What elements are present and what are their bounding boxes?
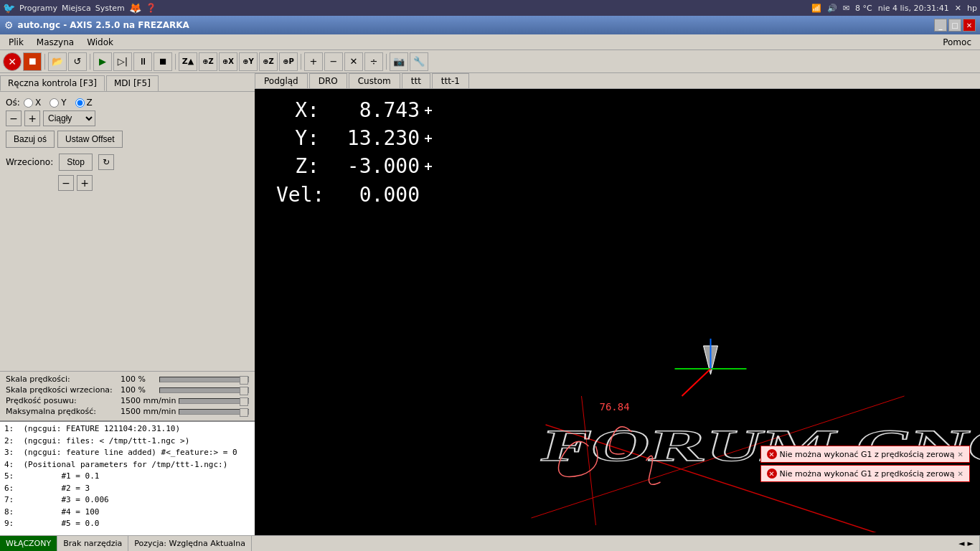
tab-custom[interactable]: Custom bbox=[349, 73, 400, 88]
run-button[interactable]: ▶ bbox=[93, 52, 112, 71]
scroll-icons: ◄ ► bbox=[953, 536, 980, 551]
minimize-button[interactable]: _ bbox=[934, 19, 947, 32]
predkosc-posuwu-row: Prędkość posuwu: 1500 mm/min bbox=[6, 396, 249, 405]
stop-red-button[interactable]: ✕ bbox=[3, 52, 22, 71]
title-bar: ⚙ auto.ngc - AXIS 2.5.0 na FREZARKA _ □ … bbox=[0, 16, 980, 34]
error-close-1[interactable]: ✕ bbox=[958, 451, 963, 458]
ustaw-offset-button[interactable]: Ustaw Offset bbox=[57, 131, 122, 148]
predkosc-posuwu-thumb bbox=[240, 397, 248, 406]
menu-miejsca[interactable]: Miejsca bbox=[62, 4, 91, 13]
hp-icon: ✕ bbox=[955, 4, 961, 13]
vel-value: 0.000 bbox=[326, 181, 420, 209]
z-coord-row: Z: -3.000 bbox=[276, 152, 434, 180]
taskbar-icon: 🐦 bbox=[3, 2, 15, 14]
bazuj-os-button[interactable]: Bazuj oś bbox=[6, 131, 55, 148]
menu-system[interactable]: System bbox=[95, 4, 125, 13]
maks-predkosc-thumb bbox=[240, 408, 248, 417]
error-close-2[interactable]: ✕ bbox=[958, 470, 963, 478]
maks-predkosc-slider[interactable] bbox=[179, 409, 249, 415]
tab-ttt[interactable]: ttt bbox=[402, 73, 430, 88]
left-panel: Ręczna kontrola [F3] MDI [F5] Oś: X bbox=[0, 73, 255, 535]
plus-button[interactable]: + bbox=[304, 52, 323, 71]
predkosc-posuwu-slider[interactable] bbox=[179, 398, 249, 404]
menu-plik[interactable]: Plik bbox=[3, 36, 29, 49]
skala-wrzeciona-row: Skala prędkości wrzeciona: 100 % bbox=[6, 385, 249, 395]
error-area: ✕ Nie można wykonać G1 z prędkością zero… bbox=[760, 446, 970, 482]
log-line-8: 8: #4 = 100 bbox=[4, 507, 250, 519]
log-line-7: 7: #3 = 0.006 bbox=[4, 494, 250, 507]
multiply-button[interactable]: ✕ bbox=[344, 52, 363, 71]
menu-programy[interactable]: Programy bbox=[19, 4, 57, 13]
title-bar-buttons: _ □ ✕ bbox=[934, 19, 976, 32]
z-down-button[interactable]: ⊕Z bbox=[199, 52, 217, 71]
wrench-button[interactable]: 🔧 bbox=[410, 52, 428, 71]
system-bar-right: 📶 🔊 ✉ 8 °C nie 4 lis, 20:31:41 ✕ hp bbox=[811, 4, 977, 13]
home-p-button[interactable]: ⊕P bbox=[279, 52, 298, 71]
axis-label: Oś: bbox=[6, 98, 24, 108]
skala-wrzeciona-thumb bbox=[240, 387, 248, 395]
jog-row: − + Ciągły Krokowy bbox=[6, 110, 249, 126]
step-button[interactable]: ▷| bbox=[113, 52, 132, 71]
predkosc-posuwu-label: Prędkość posuwu: bbox=[6, 396, 121, 405]
log-line-6: 6: #2 = 3 bbox=[4, 483, 250, 495]
window-title: auto.ngc - AXIS 2.5.0 na FREZARKA bbox=[18, 20, 189, 30]
spindle-plus-button[interactable]: + bbox=[77, 175, 93, 191]
skala-wrzeciona-value: 100 % bbox=[121, 385, 156, 395]
tab-mdi[interactable]: MDI [F5] bbox=[106, 75, 159, 91]
jog-plus-button[interactable]: + bbox=[24, 110, 40, 126]
spindle-minus-button[interactable]: − bbox=[58, 175, 74, 191]
tab-podglad[interactable]: Podgląd bbox=[255, 73, 308, 88]
open-file-button[interactable]: 📂 bbox=[48, 52, 67, 71]
axis-radio-group: X Y Z bbox=[24, 98, 93, 108]
menu-pomoc[interactable]: Pomoc bbox=[937, 36, 977, 49]
stop-button[interactable]: Stop bbox=[59, 154, 93, 171]
x-coord-row: X: 8.743 bbox=[276, 96, 434, 124]
home-x-button[interactable]: ⊕X bbox=[219, 52, 237, 71]
jog-minus-button[interactable]: − bbox=[6, 110, 22, 126]
predkosc-posuwu-value: 1500 mm/min bbox=[121, 396, 176, 405]
panels-area: Ręczna kontrola [F3] MDI [F5] Oś: X bbox=[0, 73, 980, 535]
axis-z-option[interactable]: Z bbox=[75, 98, 93, 108]
viewport[interactable]: X: 8.743 Y: 13.230 Z: -3.000 bbox=[255, 89, 980, 532]
divide-button[interactable]: ÷ bbox=[364, 52, 383, 71]
home-offset-row: Bazuj oś Ustaw Offset bbox=[6, 131, 249, 148]
menu-maszyna[interactable]: Maszyna bbox=[31, 36, 80, 49]
axis-y-radio[interactable] bbox=[50, 98, 59, 108]
camera-button[interactable]: 📷 bbox=[390, 52, 408, 71]
minus-button[interactable]: − bbox=[324, 52, 343, 71]
axis-y-option[interactable]: Y bbox=[50, 98, 66, 108]
coordinate-display: X: 8.743 Y: 13.230 Z: -3.000 bbox=[276, 96, 434, 209]
toolbar-separator-3 bbox=[175, 54, 176, 70]
jog-mode-select[interactable]: Ciągły Krokowy bbox=[43, 110, 95, 126]
estop-button[interactable]: ⏹ bbox=[23, 52, 42, 71]
z-up-button[interactable]: Z▲ bbox=[179, 52, 197, 71]
close-button[interactable]: ✕ bbox=[963, 19, 976, 32]
axis-x-option[interactable]: X bbox=[24, 98, 41, 108]
tab-dro[interactable]: DRO bbox=[309, 73, 347, 88]
skala-predkosci-thumb bbox=[240, 376, 248, 385]
dim-label-2: 76.84 bbox=[600, 401, 630, 413]
y-coord-value: 13.230 bbox=[326, 124, 420, 152]
tab-manual-control[interactable]: Ręczna kontrola [F3] bbox=[0, 75, 105, 91]
home-z-button[interactable]: ⊕Z bbox=[259, 52, 278, 71]
maximize-button[interactable]: □ bbox=[948, 19, 961, 32]
log-area[interactable]: 1: (ngcgui: FEATURE 121104:20.31.10) 2: … bbox=[0, 420, 255, 535]
y-coord-label: Y: bbox=[276, 124, 319, 152]
toolbar-separator-5 bbox=[386, 54, 387, 70]
axis-x-radio[interactable] bbox=[24, 98, 33, 108]
tab-bar: Ręczna kontrola [F3] MDI [F5] bbox=[0, 73, 255, 92]
tab-ttt1[interactable]: ttt-1 bbox=[432, 73, 469, 88]
stop-run-button[interactable]: ⏹ bbox=[154, 52, 172, 71]
wrzeciono-label: Wrzeciono: bbox=[6, 157, 53, 167]
toolbar-separator-4 bbox=[301, 54, 301, 70]
skala-predkosci-slider[interactable] bbox=[159, 377, 249, 382]
pause-button[interactable]: ⏸ bbox=[133, 52, 152, 71]
axis-z-radio[interactable] bbox=[75, 98, 85, 108]
menu-widok[interactable]: Widok bbox=[81, 36, 119, 49]
log-line-5: 5: #1 = 0.1 bbox=[4, 471, 250, 483]
skala-wrzeciona-slider[interactable] bbox=[159, 387, 249, 393]
axis-row: Oś: X Y Z bbox=[6, 98, 249, 108]
home-y-button[interactable]: ⊕Y bbox=[239, 52, 258, 71]
skala-wrzeciona-label: Skala prędkości wrzeciona: bbox=[6, 385, 121, 395]
reload-button[interactable]: ↺ bbox=[68, 52, 87, 71]
